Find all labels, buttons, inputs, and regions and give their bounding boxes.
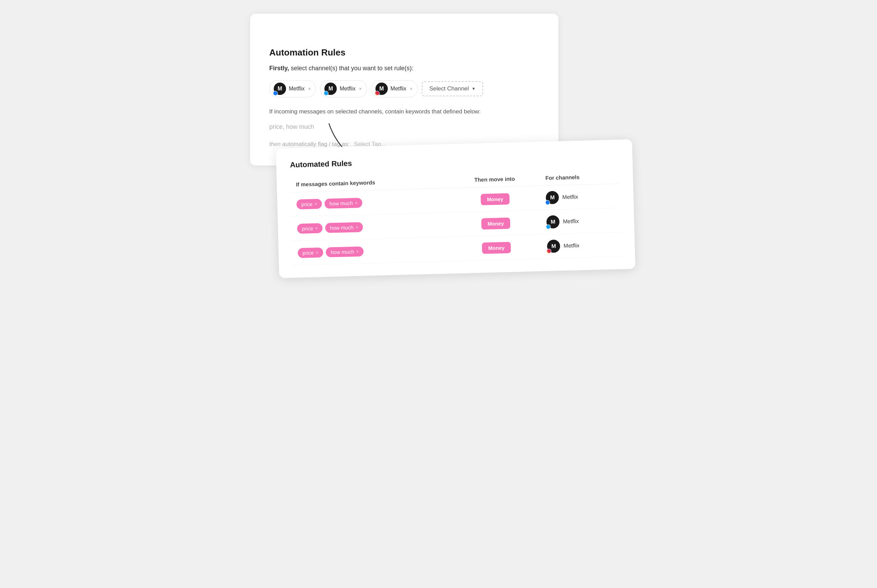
select-channel-label: Select Channel — [429, 86, 469, 92]
tw-badge-icon — [546, 225, 551, 229]
channel-name-ig: Metflix — [391, 86, 406, 92]
remove-keyword-icon[interactable]: × — [356, 249, 359, 254]
move-into-cell: Money — [450, 210, 541, 237]
channel-tag-fb: M Metflix × — [269, 80, 316, 98]
move-into-cell: Money — [451, 234, 542, 261]
channel-name: Metflix — [562, 194, 578, 201]
channel-name-tw: Metflix — [339, 86, 355, 92]
channel-name: Metflix — [563, 218, 579, 225]
remove-keyword-icon[interactable]: × — [355, 225, 358, 230]
remove-keyword-icon[interactable]: × — [315, 201, 317, 206]
remove-channel-fb[interactable]: × — [307, 86, 312, 92]
keyword-tag[interactable]: how much × — [326, 246, 364, 257]
keyword-tag[interactable]: how much × — [325, 222, 363, 233]
move-into-button[interactable]: Money — [481, 193, 510, 205]
fb-badge — [273, 91, 278, 96]
then-label: then — [269, 141, 280, 147]
channel-tag-tw: M Metflix × — [320, 80, 367, 98]
move-into-button[interactable]: Money — [482, 242, 511, 254]
channel-cell: MMetflix — [541, 208, 621, 234]
col-channels-header: For channels — [540, 169, 619, 186]
channel-cell: MMetflix — [541, 232, 621, 259]
channel-avatar: M — [546, 215, 560, 228]
remove-keyword-icon[interactable]: × — [355, 200, 358, 205]
remove-channel-tw[interactable]: × — [358, 86, 363, 92]
automated-rules-table: If messages contain keywords Then move i… — [290, 169, 621, 265]
keyword-tag[interactable]: how much × — [324, 198, 363, 208]
auto-flag-text: automatically flag / tag as: — [282, 141, 351, 147]
keyword-tag[interactable]: price × — [296, 199, 322, 209]
channel-cell: MMetflix — [540, 184, 621, 210]
keyword-tag[interactable]: price × — [298, 248, 324, 258]
ig-badge — [375, 91, 379, 96]
condition-text: If incoming messages on selected channel… — [269, 108, 539, 115]
instruction-text: Firstly, select channel(s) that you want… — [269, 65, 539, 72]
keywords-display: price, how much — [269, 121, 539, 133]
chevron-down-icon: ▼ — [472, 86, 476, 91]
channel-avatar: M — [546, 191, 559, 204]
fb-badge-icon — [546, 200, 550, 205]
channel-tag-ig: M Metflix × — [371, 80, 418, 98]
keywords-cell: price ×how much × — [292, 237, 451, 265]
channel-avatar: M — [547, 240, 561, 253]
automated-rules-container: Automated Rules If messages contain keyw… — [276, 139, 636, 278]
channel-avatar-tw: M — [324, 82, 337, 95]
tw-badge — [324, 91, 328, 96]
remove-keyword-icon[interactable]: × — [316, 250, 319, 255]
channel-avatar-ig: M — [375, 82, 388, 95]
col-move-header: Then move into — [449, 171, 540, 188]
keyword-tag[interactable]: price × — [297, 223, 323, 234]
page-title: Automation Rules — [269, 47, 539, 58]
channel-avatar-fb: M — [274, 82, 286, 95]
channel-name-fb: Metflix — [289, 86, 304, 92]
keywords-cell: price ×how much × — [291, 188, 450, 216]
keywords-cell: price ×how much × — [291, 213, 450, 241]
automated-rules-title: Automated Rules — [290, 152, 619, 169]
ig-badge-icon — [546, 249, 551, 254]
channel-selector-row: M Metflix × M Metflix × M — [269, 80, 539, 98]
remove-keyword-icon[interactable]: × — [315, 225, 318, 231]
remove-channel-ig[interactable]: × — [409, 86, 413, 92]
channel-name: Metflix — [564, 243, 580, 249]
move-into-button[interactable]: Money — [481, 217, 510, 229]
select-channel-button[interactable]: Select Channel ▼ — [422, 81, 483, 96]
move-into-cell: Money — [450, 186, 541, 213]
